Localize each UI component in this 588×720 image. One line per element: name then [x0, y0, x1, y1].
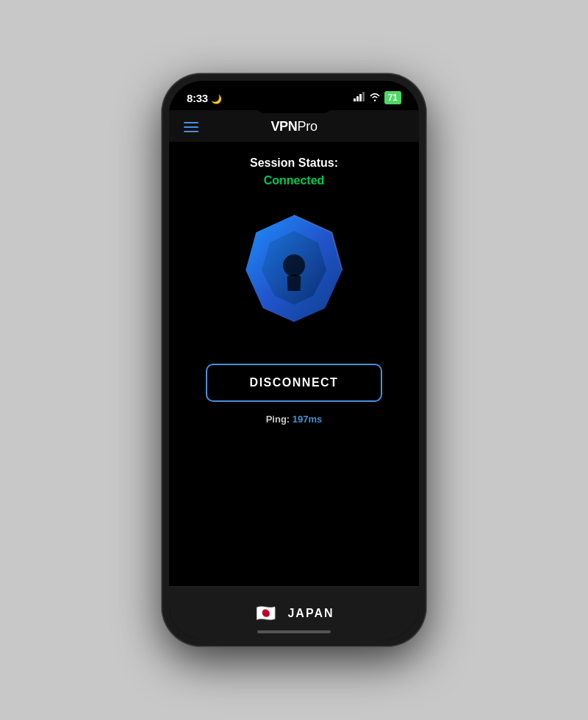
title-vpn: VPN — [270, 119, 297, 134]
session-status-label: Session Status: — [250, 156, 338, 170]
signal-icon — [354, 92, 365, 104]
bottom-bar[interactable]: 🇯🇵 JAPAN — [169, 586, 419, 639]
home-indicator — [257, 630, 331, 633]
svg-rect-1 — [356, 96, 359, 101]
vpn-shield-icon — [235, 209, 353, 327]
title-pro: Pro — [298, 119, 318, 134]
app-title: VPNPro — [270, 119, 317, 134]
disconnect-button[interactable]: DISCONNECT — [206, 364, 382, 402]
svg-point-4 — [283, 254, 305, 276]
svg-rect-2 — [359, 94, 362, 101]
app-header: VPNPro — [169, 110, 419, 142]
ping-label: Ping: — [266, 414, 293, 425]
dynamic-island — [254, 90, 334, 113]
svg-rect-0 — [354, 98, 356, 101]
menu-button[interactable] — [184, 122, 198, 132]
battery-icon: 71 — [384, 91, 401, 104]
session-status-value: Connected — [264, 174, 325, 187]
country-name: JAPAN — [287, 607, 334, 620]
status-icons: 71 — [354, 91, 401, 104]
wifi-icon — [369, 92, 381, 104]
status-time: 8:33 🌙 — [187, 92, 221, 104]
ping-value: 197ms — [293, 414, 322, 425]
country-flag: 🇯🇵 — [254, 602, 277, 625]
moon-icon: 🌙 — [211, 94, 222, 104]
phone-frame: 8:33 🌙 — [162, 73, 426, 647]
ping-info: Ping: 197ms — [266, 414, 323, 425]
svg-rect-3 — [362, 92, 365, 101]
phone-screen: 8:33 🌙 — [169, 81, 419, 639]
main-content: Session Status: Connected — [169, 142, 419, 586]
